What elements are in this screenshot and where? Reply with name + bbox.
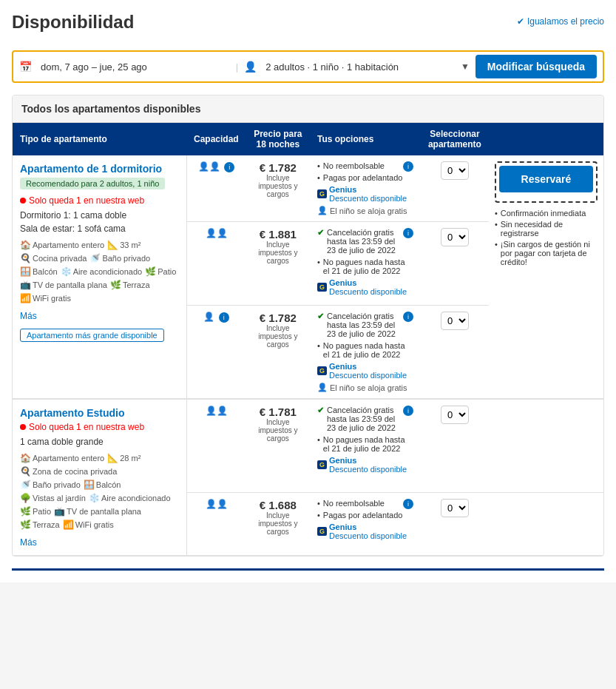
reserve-perks: Confirmación inmediata Sin necesidad de …	[495, 209, 598, 266]
option-item: ✔ Cancelación gratis hasta las 23:59 del…	[317, 312, 402, 338]
price-cell: € 1.688 Incluye impuestos y cargos	[246, 492, 310, 556]
qty-select[interactable]: 0123	[441, 499, 469, 517]
child-free: 👤 El niño se aloja gratis	[317, 383, 413, 392]
col-header-price: Precio para 18 noches	[246, 123, 310, 155]
date-input[interactable]	[41, 61, 230, 73]
empty-reserve-cell	[489, 492, 603, 556]
amenity-item: 🍳 Zona de cocina privada	[20, 466, 117, 477]
price-match-label: Igualamos el precio	[527, 16, 604, 27]
amenity-item: ❄️ Aire acondicionado	[61, 266, 143, 277]
perk-item: Sin necesidad de registrarse	[495, 220, 598, 238]
person-icons: 👤	[203, 312, 214, 322]
person-icons: 👤👤	[206, 406, 228, 416]
only-left-badge: Solo queda 1 en nuestra web	[20, 422, 179, 432]
capacity-cell: 👤👤	[186, 222, 246, 306]
qty-select[interactable]: 0123	[441, 406, 469, 424]
option-item: ✔ Cancelación gratis hasta las 23:59 del…	[317, 228, 402, 255]
reserve-button[interactable]: Reservaré	[499, 166, 593, 192]
options-cell: i ✔ Cancelación gratis hasta las 23:59 d…	[310, 306, 421, 400]
bed-info: Dormitorio 1: 1 cama doble Sala de estar…	[20, 209, 179, 235]
person-icons: 👤👤	[206, 228, 228, 238]
amenity-item: 🏠 Apartamento entero	[20, 240, 104, 250]
price-includes: Incluye impuestos y cargos	[254, 324, 302, 349]
qty-select[interactable]: 0123	[441, 228, 469, 246]
price-cell: € 1.782 Incluye impuestos y cargos	[246, 306, 310, 400]
options-info-icon[interactable]: i	[403, 161, 413, 172]
options-info-icon[interactable]: i	[403, 228, 413, 238]
reserve-button-wrapper: Reservaré	[495, 161, 598, 203]
amenity-item: 📺 TV de pantalla plana	[20, 280, 107, 290]
bed-info: 1 cama doble grande	[20, 435, 179, 448]
option-item: • No reembolsable	[317, 499, 402, 508]
section-title: Todos los apartamentos disponibles	[13, 95, 603, 123]
apt-name-link[interactable]: Apartamento Estudio	[20, 407, 125, 419]
genius-icon: G	[317, 189, 327, 198]
genius-tag: G GeniusDescuento disponible	[317, 185, 413, 203]
option-item: ✔ Cancelación gratis hasta las 23:59 del…	[317, 406, 402, 432]
person-icons: 👤👤	[206, 499, 228, 509]
option-item: • No pagues nada hasta el 21 de julio de…	[317, 435, 413, 453]
genius-icon: G	[317, 366, 327, 375]
qty-select[interactable]: 0123	[441, 312, 469, 330]
more-link[interactable]: Más	[20, 537, 37, 548]
apt-name-link[interactable]: Apartamento de 1 dormitorio	[20, 163, 162, 175]
calendar-icon: 📅	[19, 61, 32, 73]
more-link[interactable]: Más	[20, 311, 37, 321]
option-item: • Pagas por adelantado	[317, 511, 413, 520]
select-cell: 0123	[421, 492, 489, 556]
modify-search-button[interactable]: Modificar búsqueda	[475, 55, 597, 78]
perk-item: Confirmación inmediata	[495, 209, 598, 218]
option-item: • No pagues nada hasta el 21 de julio de…	[317, 341, 413, 359]
price-includes: Incluye impuestos y cargos	[254, 418, 302, 443]
price-cell: € 1.782 Incluye impuestos y cargos	[246, 155, 310, 222]
genius-tag: G GeniusDescuento disponible	[317, 362, 413, 380]
guests-input[interactable]	[265, 61, 455, 73]
price-includes: Incluye impuestos y cargos	[254, 174, 302, 198]
amenity-item: 🌿 Patio	[145, 266, 176, 277]
divider: |	[236, 61, 238, 73]
options-cell: i ✔ Cancelación gratis hasta las 23:59 d…	[310, 222, 421, 306]
select-cell: 0123	[421, 155, 489, 222]
option-item: • No pagues nada hasta el 21 de julio de…	[317, 258, 413, 275]
options-info-icon[interactable]: i	[403, 499, 413, 509]
amenity-item: 📐 28 m²	[107, 453, 141, 463]
price-amount: € 1.781	[254, 406, 302, 418]
amenity-item: 🚿 Baño privado	[20, 480, 81, 490]
option-item: • No reembolsable	[317, 161, 402, 170]
red-dot-icon	[20, 424, 26, 430]
price-cell: € 1.881 Incluye impuestos y cargos	[246, 222, 310, 306]
amenity-item: 📶 WiFi gratis	[63, 520, 114, 530]
price-includes: Incluye impuestos y cargos	[254, 511, 302, 536]
child-icon: 👤	[317, 206, 328, 215]
select-cell: 0123	[421, 222, 489, 306]
child-icon: 👤	[317, 383, 328, 392]
amenity-item: 🚿 Baño privado	[89, 253, 150, 263]
amenity-item: 🌳 Vistas al jardín	[20, 493, 86, 503]
amenity-item: 🌿 Terraza	[110, 280, 150, 290]
amenity-item: 📺 TV de pantalla plana	[54, 506, 141, 517]
options-info-icon[interactable]: i	[403, 312, 413, 322]
genius-icon: G	[317, 527, 327, 536]
genius-tag: G GeniusDescuento disponible	[317, 278, 413, 296]
availability-section: Todos los apartamentos disponibles Tipo …	[12, 95, 604, 557]
col-header-capacity: Capacidad	[186, 123, 246, 155]
bigger-apt-button[interactable]: Apartamento más grande disponible	[20, 329, 164, 342]
capacity-info-icon[interactable]: i	[219, 312, 229, 323]
qty-select[interactable]: 0123	[441, 161, 469, 180]
options-info-icon[interactable]: i	[403, 406, 413, 416]
genius-tag: G GeniusDescuento disponible	[317, 522, 413, 540]
price-amount: € 1.782	[254, 161, 302, 174]
amenity-item: 📶 WiFi gratis	[20, 293, 71, 303]
amenities-list: 🏠 Apartamento entero 📐 28 m² 🍳 Zona de c…	[20, 453, 179, 530]
amenity-item: 🌿 Patio	[20, 506, 51, 517]
col-header-select: Seleccionar apartamento	[421, 123, 489, 155]
bottom-divider	[12, 568, 604, 571]
amenity-item: 🪟 Balcón	[84, 480, 121, 490]
perk-item: ¡Sin cargos de gestión ni por pagar con …	[495, 240, 598, 266]
chevron-down-icon: ▼	[461, 61, 470, 72]
amenity-item: 🌿 Terraza	[20, 520, 60, 530]
capacity-info-icon[interactable]: i	[224, 162, 234, 172]
options-cell: i • No reembolsable • Pagas por adelanta…	[310, 492, 421, 556]
child-free: 👤 El niño se aloja gratis	[317, 206, 413, 215]
person-icon: 👤	[244, 61, 257, 73]
